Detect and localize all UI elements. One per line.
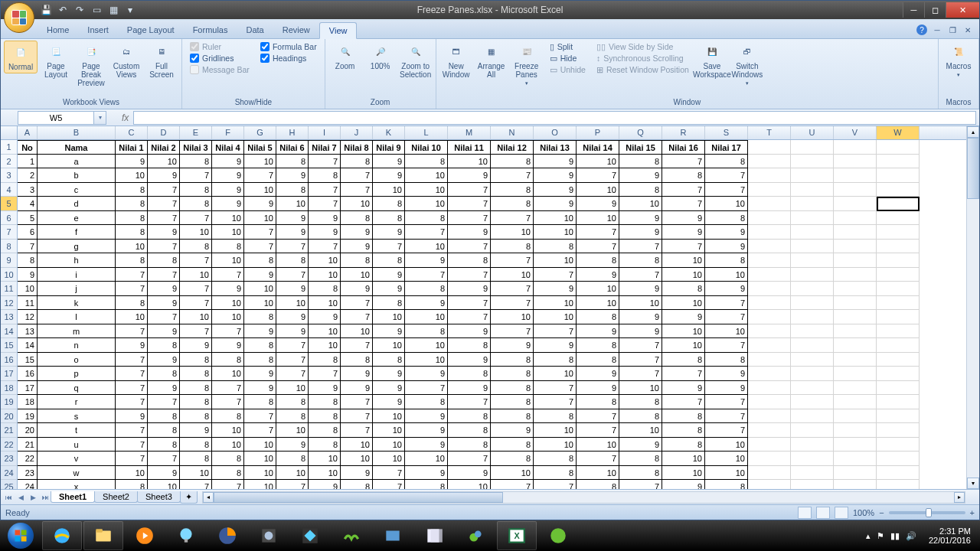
cell[interactable]: 8 [341,353,373,367]
cell[interactable]: 9 [577,268,619,282]
cell[interactable]: 7 [341,168,373,183]
cell[interactable]: 8 [309,395,341,409]
cell[interactable]: 10 [180,268,212,282]
cell[interactable] [834,183,877,197]
cell[interactable]: 10 [341,438,373,452]
row-header[interactable]: 19 [1,395,17,409]
cell[interactable] [877,438,920,452]
cell[interactable]: 8 [180,438,212,452]
cell[interactable]: 9 [276,282,309,296]
cell[interactable]: 8 [309,438,341,452]
cell[interactable]: Nilai 10 [405,140,448,155]
cell[interactable]: 8 [244,253,276,268]
cell[interactable]: 8 [491,395,534,409]
cell[interactable]: 10 [309,324,341,339]
row-header[interactable]: 1 [1,140,17,155]
cell[interactable]: 8 [276,155,309,169]
cell[interactable]: 9 [534,282,577,296]
cell[interactable]: 7 [448,452,491,466]
cell[interactable]: 8 [276,253,309,268]
cell[interactable]: 7 [448,310,491,324]
zoom-out-button[interactable]: − [879,508,884,517]
sheet-tab[interactable]: Sheet3 [137,491,181,503]
cell[interactable] [791,310,834,324]
cell[interactable]: 9 [373,395,405,409]
cell[interactable]: 8 [18,253,38,268]
cell[interactable]: 10 [116,310,148,324]
column-header[interactable]: Q [619,126,662,139]
cell[interactable]: 7 [491,168,534,183]
cell[interactable]: No [18,140,38,155]
cell[interactable] [877,338,920,353]
cell[interactable]: 7 [662,197,705,211]
cell[interactable]: 9 [405,367,448,381]
cell[interactable] [834,282,877,296]
cell[interactable]: 8 [448,367,491,381]
cell[interactable]: c [38,183,116,197]
cell[interactable]: 9 [244,268,276,282]
cell[interactable]: 8 [180,197,212,211]
cell[interactable]: Nilai 1 [116,140,148,155]
cell[interactable]: 8 [448,423,491,438]
cell[interactable]: 7 [705,395,748,409]
cell[interactable]: 10 [491,225,534,240]
cell[interactable]: 7 [448,296,491,311]
cell[interactable]: 10 [341,268,373,282]
cell[interactable]: 8 [619,395,662,409]
cell[interactable]: 10 [662,268,705,282]
cell[interactable] [877,197,920,211]
cell[interactable]: 7 [705,423,748,438]
cell[interactable]: 7 [148,211,180,226]
cell[interactable]: 9 [448,225,491,240]
cell[interactable] [834,211,877,226]
cell[interactable]: 7 [341,296,373,311]
cell[interactable] [791,282,834,296]
row-header[interactable]: 21 [1,423,17,438]
qat-icon[interactable]: ▦ [106,3,120,17]
cell[interactable]: 8 [180,155,212,169]
cell[interactable]: 8 [276,409,309,424]
select-all-corner[interactable] [1,126,18,139]
start-button[interactable] [0,520,41,551]
column-header[interactable]: B [38,126,116,139]
cell[interactable]: 7 [405,268,448,282]
cell[interactable] [877,452,920,466]
cell[interactable]: 10 [180,310,212,324]
cell[interactable] [791,338,834,353]
cell[interactable]: Nama [38,140,116,155]
cell[interactable] [791,240,834,254]
cell[interactable]: 9 [373,155,405,169]
cell[interactable] [748,480,791,489]
cell[interactable] [791,168,834,183]
cell[interactable]: 7 [341,395,373,409]
cell[interactable] [877,409,920,424]
cell[interactable]: 9 [577,324,619,339]
cell[interactable]: 10 [244,480,276,489]
firefox-icon[interactable] [207,521,247,550]
cell[interactable]: 7 [244,225,276,240]
cell[interactable]: i [38,268,116,282]
column-header[interactable]: V [834,126,877,139]
cell[interactable]: 9 [448,381,491,396]
cell[interactable]: 7 [405,381,448,396]
cell[interactable]: 8 [491,409,534,424]
help-icon[interactable]: ? [916,24,927,35]
zoom-selection-button[interactable]: 🔍Zoom to Selection [399,41,433,80]
cell[interactable]: Nilai 8 [341,140,373,155]
cell[interactable]: 7 [341,183,373,197]
cell[interactable]: 10 [491,310,534,324]
cell[interactable] [748,466,791,481]
cell[interactable]: 19 [18,409,38,424]
app-icon[interactable] [414,521,454,550]
cell[interactable]: 7 [491,480,534,489]
cell[interactable]: 10 [577,155,619,169]
cell[interactable] [791,197,834,211]
column-header[interactable]: A [18,126,38,139]
cell[interactable]: 10 [662,324,705,339]
cell[interactable]: 7 [577,452,619,466]
cell[interactable] [877,253,920,268]
cell[interactable]: 7 [212,381,244,396]
column-header[interactable]: D [148,126,180,139]
cell[interactable]: 9 [662,225,705,240]
cell[interactable] [877,324,920,339]
